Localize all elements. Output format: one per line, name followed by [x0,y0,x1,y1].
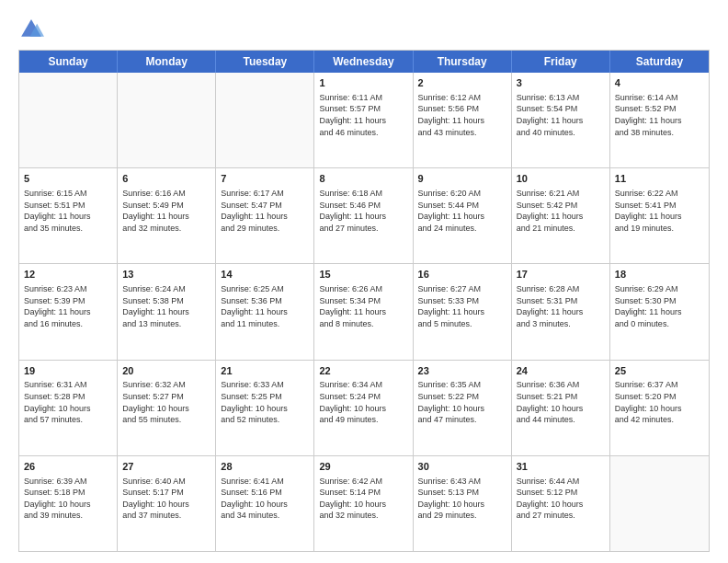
day-number: 24 [517,364,605,378]
calendar-cell: 12Sunrise: 6:23 AM Sunset: 5:39 PM Dayli… [19,264,118,359]
calendar-cell: 18Sunrise: 6:29 AM Sunset: 5:30 PM Dayli… [610,264,709,359]
day-info: Sunrise: 6:20 AM Sunset: 5:44 PM Dayligh… [418,188,506,234]
calendar-cell: 15Sunrise: 6:26 AM Sunset: 5:34 PM Dayli… [314,264,413,359]
day-number: 20 [122,364,210,378]
calendar-cell [19,73,118,167]
day-info: Sunrise: 6:42 AM Sunset: 5:14 PM Dayligh… [319,476,407,522]
calendar-cell: 23Sunrise: 6:35 AM Sunset: 5:22 PM Dayli… [414,361,512,455]
calendar-row: 12Sunrise: 6:23 AM Sunset: 5:39 PM Dayli… [19,263,709,359]
weekday-header: Saturday [610,51,709,73]
day-info: Sunrise: 6:23 AM Sunset: 5:39 PM Dayligh… [24,283,112,329]
calendar-cell: 5Sunrise: 6:15 AM Sunset: 5:51 PM Daylig… [19,168,118,263]
day-info: Sunrise: 6:31 AM Sunset: 5:28 PM Dayligh… [24,379,112,425]
day-number: 16 [418,268,506,282]
calendar-cell: 25Sunrise: 6:37 AM Sunset: 5:20 PM Dayli… [610,361,709,455]
day-info: Sunrise: 6:21 AM Sunset: 5:42 PM Dayligh… [517,188,605,234]
day-info: Sunrise: 6:17 AM Sunset: 5:47 PM Dayligh… [221,188,309,234]
calendar-cell: 17Sunrise: 6:28 AM Sunset: 5:31 PM Dayli… [512,264,610,359]
day-number: 19 [24,364,112,378]
day-info: Sunrise: 6:35 AM Sunset: 5:22 PM Dayligh… [418,379,506,425]
weekday-header: Thursday [414,51,512,73]
day-info: Sunrise: 6:13 AM Sunset: 5:54 PM Dayligh… [517,92,605,138]
day-number: 13 [122,268,210,282]
calendar-cell: 2Sunrise: 6:12 AM Sunset: 5:56 PM Daylig… [414,73,512,167]
day-info: Sunrise: 6:39 AM Sunset: 5:18 PM Dayligh… [24,476,112,522]
day-number: 27 [122,460,210,474]
calendar-cell: 31Sunrise: 6:44 AM Sunset: 5:12 PM Dayli… [512,456,610,551]
day-info: Sunrise: 6:27 AM Sunset: 5:33 PM Dayligh… [418,283,506,329]
calendar-row: 5Sunrise: 6:15 AM Sunset: 5:51 PM Daylig… [19,167,709,263]
weekday-header: Sunday [19,51,118,73]
calendar-page: SundayMondayTuesdayWednesdayThursdayFrid… [0,0,728,563]
calendar-cell: 22Sunrise: 6:34 AM Sunset: 5:24 PM Dayli… [314,361,413,455]
weekday-header: Tuesday [216,51,314,73]
day-number: 29 [319,460,407,474]
calendar-row: 19Sunrise: 6:31 AM Sunset: 5:28 PM Dayli… [19,360,709,455]
calendar-cell: 21Sunrise: 6:33 AM Sunset: 5:25 PM Dayli… [216,361,314,455]
calendar-cell: 16Sunrise: 6:27 AM Sunset: 5:33 PM Dayli… [414,264,512,359]
day-info: Sunrise: 6:33 AM Sunset: 5:25 PM Dayligh… [221,379,309,425]
day-info: Sunrise: 6:18 AM Sunset: 5:46 PM Dayligh… [319,188,407,234]
day-number: 10 [517,172,605,186]
day-number: 22 [319,364,407,378]
day-info: Sunrise: 6:26 AM Sunset: 5:34 PM Dayligh… [319,283,407,329]
calendar-cell: 11Sunrise: 6:22 AM Sunset: 5:41 PM Dayli… [610,168,709,263]
calendar-cell: 30Sunrise: 6:43 AM Sunset: 5:13 PM Dayli… [414,456,512,551]
calendar-header: SundayMondayTuesdayWednesdayThursdayFrid… [19,51,709,73]
calendar: SundayMondayTuesdayWednesdayThursdayFrid… [18,50,710,552]
logo-icon [18,17,44,42]
calendar-cell: 3Sunrise: 6:13 AM Sunset: 5:54 PM Daylig… [512,73,610,167]
header [18,17,710,42]
day-info: Sunrise: 6:11 AM Sunset: 5:57 PM Dayligh… [319,92,407,138]
day-number: 21 [221,364,309,378]
day-info: Sunrise: 6:16 AM Sunset: 5:49 PM Dayligh… [122,188,210,234]
calendar-cell: 24Sunrise: 6:36 AM Sunset: 5:21 PM Dayli… [512,361,610,455]
logo [18,17,48,42]
day-info: Sunrise: 6:34 AM Sunset: 5:24 PM Dayligh… [319,379,407,425]
day-number: 14 [221,268,309,282]
calendar-cell [216,73,314,167]
day-info: Sunrise: 6:36 AM Sunset: 5:21 PM Dayligh… [517,379,605,425]
day-number: 8 [319,172,407,186]
day-info: Sunrise: 6:25 AM Sunset: 5:36 PM Dayligh… [221,283,309,329]
calendar-cell: 27Sunrise: 6:40 AM Sunset: 5:17 PM Dayli… [118,456,216,551]
calendar-cell: 28Sunrise: 6:41 AM Sunset: 5:16 PM Dayli… [216,456,314,551]
calendar-row: 26Sunrise: 6:39 AM Sunset: 5:18 PM Dayli… [19,455,709,551]
calendar-cell: 6Sunrise: 6:16 AM Sunset: 5:49 PM Daylig… [118,168,216,263]
day-info: Sunrise: 6:24 AM Sunset: 5:38 PM Dayligh… [122,283,210,329]
calendar-cell: 29Sunrise: 6:42 AM Sunset: 5:14 PM Dayli… [314,456,413,551]
day-info: Sunrise: 6:29 AM Sunset: 5:30 PM Dayligh… [615,283,704,329]
day-number: 28 [221,460,309,474]
day-info: Sunrise: 6:40 AM Sunset: 5:17 PM Dayligh… [122,476,210,522]
calendar-cell: 4Sunrise: 6:14 AM Sunset: 5:52 PM Daylig… [610,73,709,167]
calendar-cell: 7Sunrise: 6:17 AM Sunset: 5:47 PM Daylig… [216,168,314,263]
day-number: 6 [122,172,210,186]
calendar-cell: 9Sunrise: 6:20 AM Sunset: 5:44 PM Daylig… [414,168,512,263]
day-number: 12 [24,268,112,282]
day-info: Sunrise: 6:28 AM Sunset: 5:31 PM Dayligh… [517,283,605,329]
calendar-cell: 26Sunrise: 6:39 AM Sunset: 5:18 PM Dayli… [19,456,118,551]
day-number: 18 [615,268,704,282]
day-number: 1 [319,76,407,90]
calendar-cell: 20Sunrise: 6:32 AM Sunset: 5:27 PM Dayli… [118,361,216,455]
day-number: 30 [418,460,506,474]
day-number: 5 [24,172,112,186]
calendar-cell: 13Sunrise: 6:24 AM Sunset: 5:38 PM Dayli… [118,264,216,359]
weekday-header: Wednesday [314,51,413,73]
day-number: 25 [615,364,704,378]
day-info: Sunrise: 6:37 AM Sunset: 5:20 PM Dayligh… [615,379,704,425]
calendar-cell: 1Sunrise: 6:11 AM Sunset: 5:57 PM Daylig… [314,73,413,167]
day-info: Sunrise: 6:15 AM Sunset: 5:51 PM Dayligh… [24,188,112,234]
weekday-header: Friday [512,51,610,73]
day-number: 31 [517,460,605,474]
day-info: Sunrise: 6:32 AM Sunset: 5:27 PM Dayligh… [122,379,210,425]
calendar-cell: 19Sunrise: 6:31 AM Sunset: 5:28 PM Dayli… [19,361,118,455]
day-number: 9 [418,172,506,186]
day-number: 3 [517,76,605,90]
day-number: 2 [418,76,506,90]
day-number: 7 [221,172,309,186]
weekday-header: Monday [118,51,216,73]
day-number: 26 [24,460,112,474]
day-number: 15 [319,268,407,282]
calendar-body: 1Sunrise: 6:11 AM Sunset: 5:57 PM Daylig… [19,73,709,551]
